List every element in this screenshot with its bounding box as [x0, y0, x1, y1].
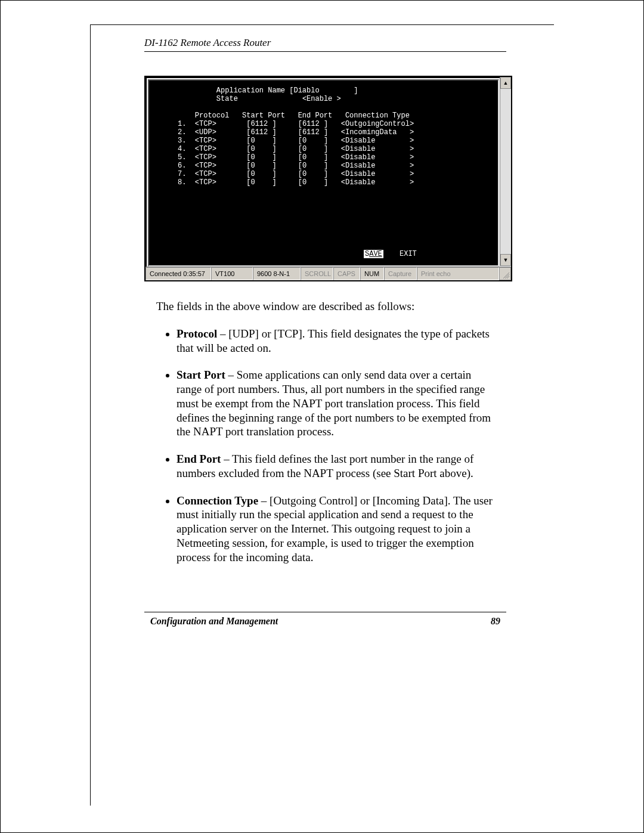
field-list: Protocol – [UDP] or [TCP]. This field de…: [156, 327, 494, 565]
footer-rule: [144, 612, 506, 612]
page: DI-1162 Remote Access Router Application…: [0, 0, 644, 833]
footer: Configuration and Management 89: [150, 616, 500, 627]
list-item: Connection Type – [Outgoing Control] or …: [177, 494, 494, 565]
intro-text: The fields in the above window are descr…: [156, 299, 494, 314]
status-capture: Capture: [384, 267, 417, 280]
status-bar: Connected 0:35:57 VT100 9600 8-N-1 SCROL…: [145, 267, 511, 280]
term-row: 3. <TCP> [0 ] [0 ] <Disable >: [156, 137, 414, 145]
term-row: 6. <TCP> [0 ] [0 ] <Disable >: [156, 162, 414, 170]
resize-grip-icon[interactable]: [499, 267, 511, 280]
status-printecho: Print echo: [417, 267, 499, 280]
term-row: 2. <UDP> [6112 ] [6112 ] <IncomingData >: [156, 128, 414, 137]
status-emulation: VT100: [211, 267, 253, 280]
term-row: 8. <TCP> [0 ] [0 ] <Disable >: [156, 178, 414, 187]
list-item: End Port – This field defines the last p…: [177, 452, 494, 481]
status-connected: Connected 0:35:57: [145, 267, 211, 280]
terminal-screen[interactable]: Application Name [Diablo ] State <Enable…: [148, 79, 499, 267]
list-item: Start Port – Some applications can only …: [177, 368, 494, 439]
exit-button[interactable]: EXIT: [400, 250, 417, 258]
term-row: 1. <TCP> [6112 ] [6112 ] <OutgoingContro…: [156, 120, 414, 128]
field-text: – [UDP] or [TCP]. This field designates …: [177, 327, 490, 354]
terminal-window: Application Name [Diablo ] State <Enable…: [144, 76, 512, 281]
content-frame: DI-1162 Remote Access Router Application…: [90, 24, 554, 806]
status-scroll: SCROLL: [301, 267, 333, 280]
status-num: NUM: [360, 267, 384, 280]
save-button[interactable]: SAVE: [364, 250, 383, 258]
term-line: Application Name [Diablo ]: [156, 86, 358, 95]
vertical-scrollbar[interactable]: ▲ ▼: [500, 77, 511, 266]
term-line: State <Enable >: [156, 95, 341, 103]
status-line-settings: 9600 8-N-1: [253, 267, 301, 280]
scroll-down-icon[interactable]: ▼: [500, 254, 511, 266]
field-label: Protocol: [177, 327, 217, 340]
scroll-up-icon[interactable]: ▲: [500, 77, 511, 89]
field-label: End Port: [177, 453, 221, 465]
term-row: 4. <TCP> [0 ] [0 ] <Disable >: [156, 145, 414, 153]
body-text: The fields in the above window are descr…: [156, 299, 494, 564]
field-label: Start Port: [177, 368, 225, 381]
term-line: Protocol Start Port End Port Connection …: [156, 112, 410, 120]
footer-section: Configuration and Management: [150, 616, 278, 627]
header-rule: [144, 51, 506, 52]
term-row: 7. <TCP> [0 ] [0 ] <Disable >: [156, 170, 414, 178]
field-text: – This field defines the last port numbe…: [177, 453, 473, 479]
page-running-header: DI-1162 Remote Access Router: [144, 37, 554, 49]
term-row: 5. <TCP> [0 ] [0 ] <Disable >: [156, 153, 414, 162]
footer-page-number: 89: [491, 616, 500, 627]
list-item: Protocol – [UDP] or [TCP]. This field de…: [177, 327, 494, 355]
terminal-outer: Application Name [Diablo ] State <Enable…: [144, 76, 512, 281]
field-label: Connection Type: [177, 494, 258, 507]
status-caps: CAPS: [333, 267, 360, 280]
